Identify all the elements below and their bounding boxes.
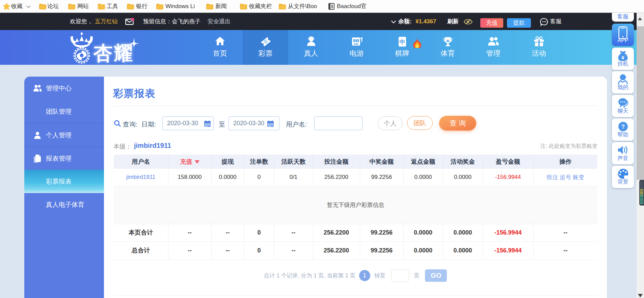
svg-text:中: 中 xyxy=(399,39,405,45)
svg-text:?: ? xyxy=(621,124,625,130)
svg-text:¥: ¥ xyxy=(621,55,624,60)
